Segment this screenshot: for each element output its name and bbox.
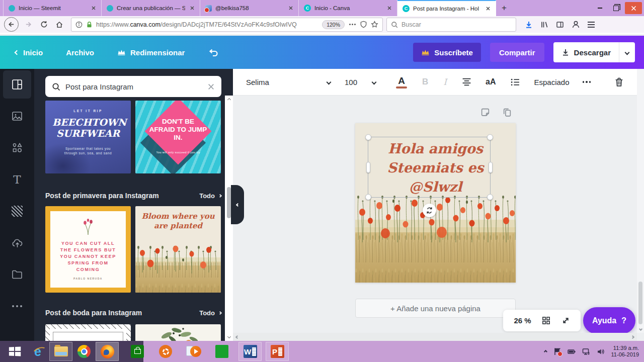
clear-search-icon[interactable]: [207, 83, 215, 90]
tab-steemit-post[interactable]: Crear una publicación — Steen: [102, 0, 200, 16]
sidebar-item-text[interactable]: T: [3, 165, 31, 194]
star-icon[interactable]: [371, 21, 378, 28]
text-case-button[interactable]: aA: [486, 77, 496, 86]
list-button[interactable]: [511, 78, 520, 86]
home-link[interactable]: Inicio: [15, 48, 43, 57]
align-button[interactable]: [462, 77, 471, 86]
resize-handle-left[interactable]: [366, 162, 370, 173]
bold-button[interactable]: B: [422, 77, 428, 87]
grid-view-icon[interactable]: [542, 316, 550, 325]
scroll-down-icon[interactable]: [638, 327, 642, 331]
home-button[interactable]: [53, 19, 65, 31]
info-icon[interactable]: [75, 21, 83, 28]
close-icon[interactable]: [90, 5, 97, 12]
scroll-left-icon[interactable]: [235, 335, 239, 338]
file-explorer-app[interactable]: [49, 342, 72, 361]
template-wedding-frame[interactable]: [45, 324, 131, 341]
selection-box[interactable]: [368, 137, 491, 198]
page-zoom-badge[interactable]: 120%: [322, 20, 345, 29]
chrome-app[interactable]: [72, 342, 96, 361]
close-icon[interactable]: [287, 5, 294, 12]
horizontal-scrollbar[interactable]: [233, 333, 637, 341]
new-tab-button[interactable]: +: [496, 0, 512, 16]
close-icon[interactable]: [485, 5, 492, 12]
spacing-button[interactable]: Espaciado: [534, 78, 569, 86]
close-window-button[interactable]: [625, 2, 642, 14]
italic-button[interactable]: I: [443, 77, 447, 87]
templates-search-box[interactable]: [45, 76, 221, 97]
calculator-app[interactable]: [210, 342, 233, 361]
sidebar-item-photos[interactable]: [3, 102, 31, 130]
taskbar-clock[interactable]: 11:39 a.m. 11-06-2019: [611, 345, 639, 358]
sidebar-item-templates[interactable]: [3, 70, 31, 99]
browser-search-input[interactable]: [401, 21, 512, 28]
minimize-button[interactable]: [593, 3, 607, 14]
internet-explorer-app[interactable]: e: [26, 342, 49, 361]
template-bloom[interactable]: Bloom where you are planted: [135, 206, 221, 293]
design-page[interactable]: Hola amigos Steemiats es @Slwzl: [355, 123, 516, 283]
resize-handle-right[interactable]: [489, 162, 493, 173]
start-button[interactable]: [3, 342, 26, 361]
account-icon[interactable]: [572, 20, 580, 29]
settings-app[interactable]: [154, 342, 177, 361]
panel-scrollbar-thumb[interactable]: [227, 187, 231, 218]
scroll-up-icon[interactable]: [227, 98, 230, 102]
downloads-icon[interactable]: [525, 21, 533, 29]
template-wedding-botanical[interactable]: [135, 324, 221, 341]
font-size-select[interactable]: 100: [345, 78, 376, 86]
resize-handle-top-left[interactable]: [365, 134, 371, 140]
duplicate-page-icon[interactable]: [502, 108, 512, 117]
template-jump-in[interactable]: DON'T BE AFRAID TO JUMP IN. You will onl…: [135, 101, 221, 173]
firefox-app[interactable]: [96, 342, 119, 361]
template-surfwear[interactable]: LET IT RIP BEECHTOWN SURFWEAR Sportswear…: [45, 101, 131, 173]
tab-steemit[interactable]: Inicio — Steemit: [3, 0, 102, 16]
resize-handle-bottom-left[interactable]: [365, 194, 371, 200]
rotate-handle[interactable]: [423, 204, 436, 217]
word-app[interactable]: [238, 342, 262, 361]
file-menu[interactable]: Archivo: [66, 48, 94, 57]
resize-handle-bottom-right[interactable]: [487, 194, 493, 200]
back-button[interactable]: [4, 17, 19, 32]
address-bar[interactable]: https://www.canva.com/design/DADcj2jTM7E…: [71, 18, 383, 32]
network-icon[interactable]: [582, 348, 590, 355]
section-see-all[interactable]: Todo: [199, 192, 221, 200]
resize-handle-top-right[interactable]: [487, 134, 493, 140]
collapse-panel-button[interactable]: [231, 185, 244, 224]
notes-icon[interactable]: [480, 108, 490, 117]
download-button[interactable]: Descargar: [553, 42, 635, 62]
scroll-down-icon[interactable]: [227, 335, 230, 338]
sidebar-item-background[interactable]: [3, 197, 31, 225]
page-actions-icon[interactable]: [348, 24, 356, 25]
add-page-button[interactable]: + Añade una nueva página: [355, 299, 516, 318]
section-see-all[interactable]: Todo: [199, 309, 221, 317]
delete-button[interactable]: [614, 77, 624, 87]
more-options-button[interactable]: [583, 81, 591, 83]
menu-icon[interactable]: [588, 22, 595, 28]
forward-button[interactable]: [22, 19, 34, 31]
subscribe-button[interactable]: Suscríbete: [413, 43, 481, 62]
sidebar-item-folders[interactable]: [3, 260, 31, 289]
vertical-scrollbar-thumb[interactable]: [638, 282, 642, 324]
help-button[interactable]: Ayuda ?: [583, 307, 635, 334]
speaker-icon[interactable]: [597, 348, 605, 355]
windows-store-app[interactable]: [126, 342, 149, 361]
action-center-flag-icon[interactable]: [553, 347, 561, 355]
resize-menu[interactable]: Redimensionar: [117, 48, 185, 57]
text-color-button[interactable]: A: [396, 76, 407, 88]
share-button[interactable]: Compartir: [490, 43, 544, 62]
font-family-select[interactable]: Selima: [246, 78, 331, 86]
tab-canva-design-active[interactable]: Post para Instagram - Hol: [397, 0, 496, 16]
reload-button[interactable]: [38, 19, 50, 31]
scroll-right-icon[interactable]: [631, 335, 634, 338]
undo-button[interactable]: [208, 48, 219, 57]
tab-canva-home[interactable]: Inicio - Canva: [299, 0, 397, 16]
sidebar-panels-icon[interactable]: [556, 21, 564, 29]
download-options-button[interactable]: [619, 42, 635, 62]
battery-icon[interactable]: [568, 348, 576, 355]
sidebar-item-elements[interactable]: [3, 134, 31, 162]
restore-button[interactable]: [609, 3, 623, 14]
lock-icon[interactable]: [86, 21, 93, 28]
close-icon[interactable]: [189, 5, 196, 12]
tab-belkisa[interactable]: @belkisa758: [200, 0, 299, 16]
template-spring-quote[interactable]: YOU CAN CUT ALL THE FLOWERS BUT YOU CANN…: [45, 206, 131, 293]
